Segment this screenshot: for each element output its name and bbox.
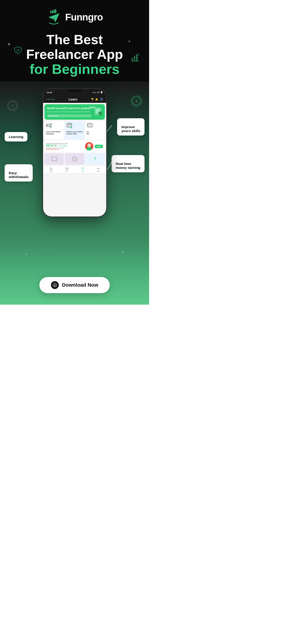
partnership-text: Empowering Teenlancers with MECAT × Funn… xyxy=(46,143,84,150)
social-media-icon xyxy=(46,122,52,129)
wallet-nav-icon xyxy=(65,167,68,170)
svg-rect-0 xyxy=(50,11,51,13)
phone-screen: ◄ App Store Learn 🏆 🔔 👤 Upskill yourself… xyxy=(43,96,106,217)
person-icon xyxy=(85,142,93,150)
download-arrow-icon xyxy=(53,283,57,287)
phone-and-callouts: Learning Easy withdrawals improve yours … xyxy=(5,86,144,224)
svg-point-32 xyxy=(26,253,27,255)
callout-learning: Learning xyxy=(5,132,28,142)
person-avatar xyxy=(85,142,93,150)
svg-rect-3 xyxy=(55,9,56,13)
chart-icon xyxy=(131,53,140,62)
svg-point-16 xyxy=(47,125,48,126)
svg-rect-24 xyxy=(52,157,57,160)
logo-text: Funngro xyxy=(65,12,103,23)
bottom-deco xyxy=(5,245,144,263)
svg-point-31 xyxy=(99,168,100,169)
phone-notch xyxy=(68,89,82,92)
funngro-logo-icon xyxy=(46,9,62,25)
green-banner: Upskill yourself to get more projects Ga… xyxy=(45,104,105,120)
svg-rect-23 xyxy=(87,147,91,150)
bottom-card-1 xyxy=(45,153,64,165)
status-icons: ▲▲ WiFi ▊ xyxy=(92,91,103,94)
avatar-icon: 👤 xyxy=(99,97,103,102)
nav-learn-label: Learn xyxy=(81,170,84,172)
partnership-logos: MECAT × Funngro xyxy=(46,144,84,147)
nav-more-label: More xyxy=(97,170,100,172)
bottom-section: Download Now xyxy=(0,238,149,305)
register-button[interactable]: Register now → xyxy=(47,114,91,117)
phone-frame: 14:16 ▲▲ WiFi ▊ ◄ App Store Learn xyxy=(42,88,107,217)
shield-icon xyxy=(14,46,22,54)
banner-text: Upskill yourself to get more projects Ga… xyxy=(47,106,91,118)
svg-rect-2 xyxy=(54,10,54,13)
svg-point-25 xyxy=(56,161,56,162)
svg-point-28 xyxy=(67,168,68,169)
nav-home[interactable]: Home xyxy=(49,167,53,172)
headline: The Best Freelancer App for Beginners xyxy=(26,32,123,77)
svg-point-19 xyxy=(70,126,72,128)
svg-point-35 xyxy=(103,257,103,258)
third-card-icon xyxy=(87,122,93,129)
svg-rect-6 xyxy=(136,54,137,61)
phone-nav: Home Wal... xyxy=(43,166,106,173)
svg-point-33 xyxy=(48,249,49,250)
bottom-card-2 xyxy=(65,153,84,165)
content-icon xyxy=(66,122,73,129)
header-icons: 🏆 🔔 👤 xyxy=(91,97,103,102)
nav-home-label: Home xyxy=(49,170,53,172)
deco-plus-topright: ✦ xyxy=(128,39,131,44)
svg-point-29 xyxy=(97,168,98,169)
bottom-card-question: ? xyxy=(85,153,105,165)
bottom-cards: ? xyxy=(43,152,106,166)
card1-icon xyxy=(51,156,58,162)
top-section: ✦ ✦ Funngro xyxy=(0,0,149,82)
headline-line3: for Beginners xyxy=(26,62,123,77)
partnership-banner: Empowering Teenlancers with MECAT × Funn… xyxy=(45,140,105,152)
nav-wallet[interactable]: Wal... xyxy=(65,167,69,172)
svg-rect-20 xyxy=(88,123,92,127)
card-content-creation: Improve your content creation skills xyxy=(65,121,84,140)
headline-line2: Freelancer App xyxy=(26,47,123,62)
svg-point-26 xyxy=(72,157,77,161)
svg-rect-18 xyxy=(67,123,72,127)
middle-section: $ $ Learning Easy withdrawals improve yo… xyxy=(0,82,149,238)
card2-icon xyxy=(71,156,78,162)
callout-improve-skills: improve yours skills xyxy=(117,118,144,136)
svg-point-34 xyxy=(122,251,123,252)
apply-button[interactable]: Apply xyxy=(95,145,103,148)
nav-wallet-label: Wal... xyxy=(65,170,69,172)
more-nav-icon xyxy=(97,167,100,170)
callout-easy-withdrawals: Easy withdrawals xyxy=(5,164,33,182)
app-header: ◄ App Store Learn 🏆 🔔 👤 xyxy=(43,96,106,103)
svg-rect-4 xyxy=(132,58,133,61)
card-social-media: Learn Social Media marketing xyxy=(45,121,64,140)
download-icon xyxy=(51,281,59,289)
learn-nav-icon xyxy=(81,167,84,170)
callout-realtime-earning: Real time money earning xyxy=(111,155,144,172)
funngro-mini-icon xyxy=(57,144,60,147)
deco-plus-topleft: ✦ xyxy=(7,42,11,48)
card-third: Sa...Ma... xyxy=(85,121,105,140)
course-cards-row: Learn Social Media marketing Improve you… xyxy=(43,121,106,140)
funngro-small-logo: Funngro xyxy=(57,144,67,147)
svg-point-22 xyxy=(87,144,91,147)
headline-line1: The Best xyxy=(26,32,123,47)
svg-point-30 xyxy=(98,168,99,169)
svg-point-17 xyxy=(50,127,52,128)
trade-badge: Trade xyxy=(89,106,95,108)
mecat-logo: MECAT xyxy=(46,144,54,147)
nav-more[interactable]: More xyxy=(97,167,100,172)
download-button[interactable]: Download Now xyxy=(39,277,110,293)
svg-rect-1 xyxy=(52,10,53,13)
nav-learn[interactable]: Learn xyxy=(81,167,84,172)
logo-area: Funngro xyxy=(46,9,103,25)
svg-rect-5 xyxy=(134,56,135,61)
home-nav-icon xyxy=(49,167,53,170)
phone-mockup: 14:16 ▲▲ WiFi ▊ ◄ App Store Learn xyxy=(42,88,107,217)
